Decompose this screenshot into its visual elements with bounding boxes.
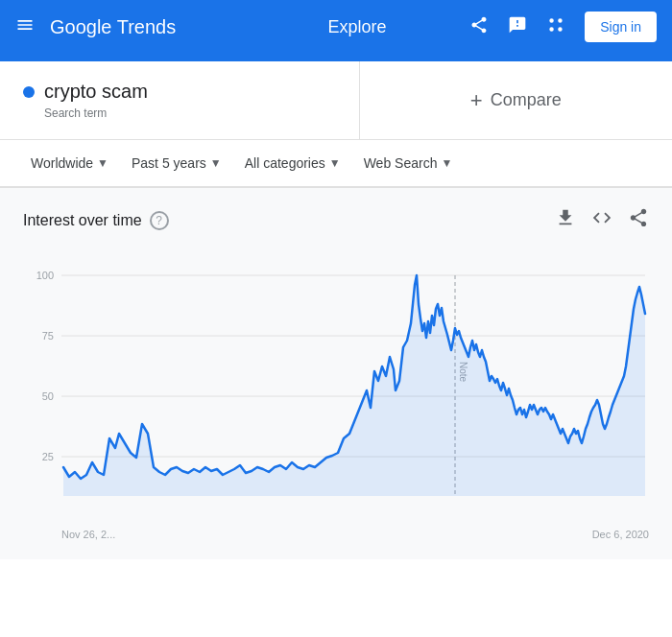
filters-bar: Worldwide ▼ Past 5 years ▼ All categorie… bbox=[0, 140, 672, 188]
download-icon[interactable] bbox=[555, 207, 576, 233]
google-wordmark: Google Trends bbox=[50, 16, 176, 38]
categories-dropdown-arrow: ▼ bbox=[329, 156, 341, 170]
categories-label: All categories bbox=[245, 155, 325, 171]
svg-text:75: 75 bbox=[42, 330, 54, 342]
region-label: Worldwide bbox=[31, 155, 93, 171]
x-label-right: Dec 6, 2020 bbox=[592, 529, 649, 540]
search-term-box: crypto scam Search term bbox=[0, 61, 360, 139]
region-filter[interactable]: Worldwide ▼ bbox=[23, 152, 116, 175]
trend-chart-svg: 100 75 50 25 Note bbox=[23, 256, 649, 525]
chart-actions bbox=[555, 207, 649, 233]
search-term-label: Search term bbox=[44, 106, 336, 120]
svg-text:25: 25 bbox=[42, 451, 54, 462]
explore-label: Explore bbox=[260, 17, 455, 37]
chart-title: Interest over time bbox=[23, 212, 142, 229]
app-header: Google Trends Explore Sign in bbox=[0, 0, 672, 54]
search-type-dropdown-arrow: ▼ bbox=[441, 156, 452, 170]
term-color-dot bbox=[23, 86, 35, 98]
search-type-label: Web Search bbox=[364, 155, 438, 171]
compare-plus-icon: + bbox=[470, 88, 483, 113]
help-icon[interactable]: ? bbox=[150, 211, 169, 230]
search-term-text: crypto scam bbox=[44, 81, 148, 103]
apps-icon[interactable] bbox=[546, 15, 565, 39]
header-accent-bar bbox=[0, 54, 672, 61]
search-type-filter[interactable]: Web Search ▼ bbox=[356, 152, 461, 175]
time-range-filter[interactable]: Past 5 years ▼ bbox=[124, 152, 229, 175]
time-range-dropdown-arrow: ▼ bbox=[210, 156, 222, 170]
chart-area: 100 75 50 25 Note bbox=[23, 256, 649, 525]
chart-x-labels: Nov 26, 2... Dec 6, 2020 bbox=[23, 525, 649, 540]
time-range-label: Past 5 years bbox=[132, 155, 206, 171]
sign-in-button[interactable]: Sign in bbox=[585, 12, 657, 42]
header-icons: Sign in bbox=[469, 12, 657, 42]
chart-section: Interest over time ? bbox=[0, 188, 672, 559]
feedback-icon[interactable] bbox=[508, 15, 527, 39]
compare-box[interactable]: + Compare bbox=[360, 61, 673, 139]
search-term-header: crypto scam bbox=[23, 81, 336, 103]
categories-filter[interactable]: All categories ▼ bbox=[237, 152, 348, 175]
embed-icon[interactable] bbox=[591, 207, 612, 233]
chart-header: Interest over time ? bbox=[23, 207, 649, 233]
app-logo: Google Trends bbox=[50, 16, 245, 38]
chart-title-area: Interest over time ? bbox=[23, 211, 169, 230]
share-chart-icon[interactable] bbox=[628, 207, 649, 233]
compare-label: Compare bbox=[491, 90, 562, 110]
menu-icon[interactable] bbox=[15, 15, 35, 39]
svg-text:100: 100 bbox=[36, 270, 54, 281]
svg-text:50: 50 bbox=[42, 390, 54, 402]
share-icon[interactable] bbox=[469, 15, 489, 39]
x-label-left: Nov 26, 2... bbox=[61, 529, 115, 540]
svg-marker-10 bbox=[63, 275, 645, 496]
search-section: crypto scam Search term + Compare bbox=[0, 61, 672, 140]
region-dropdown-arrow: ▼ bbox=[97, 156, 108, 170]
compare-button[interactable]: + Compare bbox=[470, 88, 562, 113]
